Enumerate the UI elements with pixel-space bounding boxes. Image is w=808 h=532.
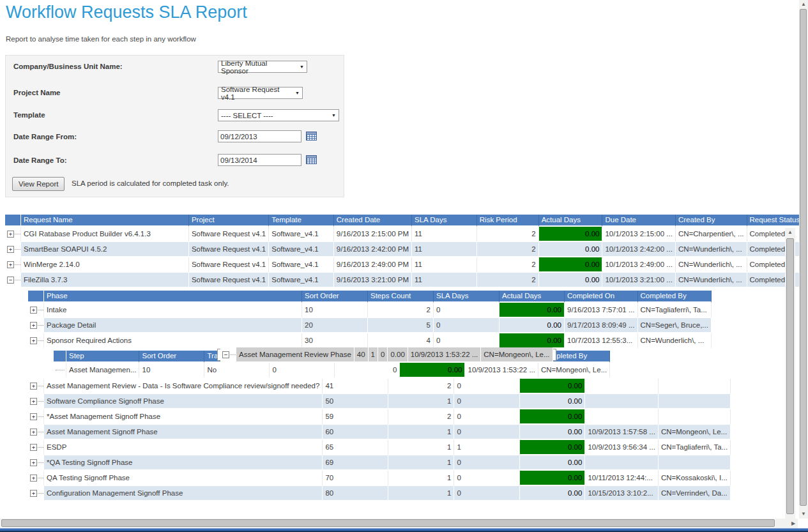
actual_days-cell: 0.00 — [499, 318, 565, 333]
expand-plus-icon[interactable]: + — [30, 475, 37, 482]
expand-cell: + — [28, 471, 44, 486]
step-row: Asset Managemen...10No000.0010/9/2013 1:… — [54, 363, 610, 378]
date-from-input[interactable] — [218, 130, 301, 142]
created-cell: 9/16/2013 2:49:00 PM — [334, 257, 412, 273]
project-dropdown[interactable]: Software Request v4.1 ▼ — [218, 87, 303, 99]
phase-row: +ESDP65110.0010/9/2013 9:56:34 ...CN=Tag… — [28, 440, 731, 455]
horizontal-scrollbar[interactable]: ▶ — [0, 519, 798, 528]
created_by-cell: CN=Wunderlich\, ... — [676, 242, 747, 257]
expand-cell: + — [5, 227, 21, 242]
expand-cell: + — [28, 303, 44, 318]
expand-cell: + — [28, 409, 44, 425]
sort_order-cell: 59 — [323, 409, 388, 425]
sla_days-cell: 0 — [434, 303, 499, 318]
expand-plus-icon[interactable]: + — [30, 413, 37, 420]
collapse-minus-icon[interactable]: − — [222, 351, 229, 358]
actual_days-cell: 0.00 — [388, 347, 408, 363]
actual_days-cell: 0.00 — [539, 227, 603, 242]
expand-plus-icon[interactable]: + — [30, 337, 37, 344]
completed_by-cell: CN=Kossakoski\, I... — [659, 471, 731, 486]
expand-plus-icon[interactable]: + — [30, 383, 37, 390]
risk_period-cell: 2 — [477, 257, 539, 273]
expand-plus-icon[interactable]: + — [30, 490, 37, 497]
tree-dots-icon — [38, 462, 43, 463]
expand-plus-icon[interactable]: + — [7, 246, 14, 253]
chevron-down-icon: ▼ — [295, 91, 300, 95]
column-header-actual_days: Actual Days — [539, 215, 603, 227]
name-cell: CGI Ratabase Product Builder v6.4.1.3 — [21, 227, 189, 242]
expand-plus-icon[interactable]: + — [30, 322, 37, 329]
completed_on-cell — [585, 455, 659, 471]
completed_by-cell: CN=Verrinder\, Da... — [659, 486, 731, 501]
expand-cell: + — [28, 440, 44, 455]
expand-plus-icon[interactable]: + — [30, 429, 37, 436]
sla-note: SLA period is calculated for completed t… — [72, 179, 229, 187]
phase-row: +QA Testing Signoff Phase70100.0010/11/2… — [28, 471, 731, 486]
tree-dots-icon — [38, 493, 43, 494]
expand-cell: + — [28, 379, 44, 394]
date-to-input[interactable] — [218, 154, 301, 166]
completed_by-cell: CN=Tagliaferri\, Ta... — [659, 440, 731, 455]
phase-cell: ESDP — [44, 440, 323, 455]
expand-plus-icon[interactable]: + — [30, 398, 37, 405]
column-header-steps_count: Steps Count — [368, 291, 434, 303]
steps_count-cell: 1 — [388, 440, 454, 455]
scroll-right-icon[interactable]: ▶ — [789, 521, 798, 527]
sla_days-cell: 0 — [454, 455, 520, 471]
expand-cell: + — [5, 242, 21, 257]
sla_days-cell: 0 — [454, 409, 520, 425]
sort_order-cell: 20 — [302, 318, 368, 333]
scroll-up-icon[interactable]: ▲ — [785, 229, 795, 236]
scroll-up-icon[interactable]: ▲ — [799, 1, 808, 8]
scroll-down-icon[interactable]: ▼ — [799, 511, 808, 517]
track_sla-cell: No — [204, 363, 270, 378]
steps_count-cell: 2 — [368, 303, 434, 318]
sort_order-cell: 10 — [139, 363, 204, 378]
expand-plus-icon[interactable]: + — [30, 307, 37, 314]
steps_count-cell: 2 — [388, 379, 454, 394]
steps_count-cell: 2 — [388, 409, 454, 425]
sla_days-cell: 0 — [454, 425, 520, 440]
phase-row: +*Asset Management Signoff Phase59200.00 — [28, 409, 731, 425]
tree-dots-icon — [15, 234, 20, 234]
completed_on-cell — [585, 394, 659, 409]
project-cell: Software Request v4.1 — [189, 227, 269, 242]
expand-plus-icon[interactable]: + — [30, 459, 37, 466]
calendar-icon[interactable] — [306, 155, 317, 164]
template-cell: Software_v4.1 — [269, 227, 334, 242]
view-report-button[interactable]: View Report — [12, 177, 65, 191]
tree-branch-icon — [56, 370, 65, 370]
template-dropdown[interactable]: ---- SELECT ---- ▼ — [218, 109, 339, 121]
horizontal-scrollbar-thumb[interactable] — [1, 519, 775, 527]
steps_count-cell: 1 — [388, 455, 454, 471]
table-scrollbar[interactable]: ▲ — [785, 228, 795, 519]
expand-plus-icon[interactable]: + — [30, 444, 37, 451]
phase-cell: Intake — [44, 303, 302, 318]
header-expand-cell — [54, 351, 66, 363]
sla_days-cell: 0 — [434, 333, 499, 349]
company-dropdown[interactable]: Liberty Mutual Sponsor ▼ — [218, 61, 307, 73]
expand-cell: + — [28, 455, 44, 471]
expand-plus-icon[interactable]: + — [7, 261, 14, 268]
table-scrollbar-thumb[interactable] — [786, 238, 794, 514]
steps_count-cell: 5 — [368, 318, 434, 333]
sort_order-cell: 80 — [323, 486, 388, 501]
expand-plus-icon[interactable]: + — [7, 231, 14, 238]
phase-row: +Asset Management Signoff Phase60100.001… — [28, 425, 731, 440]
bottom-edge-bar — [0, 528, 808, 532]
template-label: Template — [13, 111, 45, 119]
actual_days-cell: 0.00 — [539, 257, 603, 273]
collapse-minus-icon[interactable]: − — [7, 277, 14, 284]
chevron-down-icon: ▼ — [332, 113, 336, 118]
sla_days-cell: 0 — [454, 486, 520, 501]
column-header-step: Step — [66, 351, 139, 363]
date-from-label: Date Range From: — [13, 133, 77, 141]
page-scrollbar-thumb[interactable] — [800, 9, 807, 506]
calendar-icon[interactable] — [306, 132, 317, 141]
column-header-completed_on: Completed On — [565, 291, 638, 303]
phase-cell: QA Testing Signoff Phase — [44, 471, 323, 486]
actual_days-cell: 0.00 — [499, 333, 565, 349]
completed_by-cell: CN=Mongeon\, Le... — [538, 363, 610, 378]
phase-nest: PhaseSort OrderSteps CountSLA DaysActual… — [28, 291, 808, 501]
page-scrollbar[interactable]: ▲ ▼ — [799, 0, 808, 519]
